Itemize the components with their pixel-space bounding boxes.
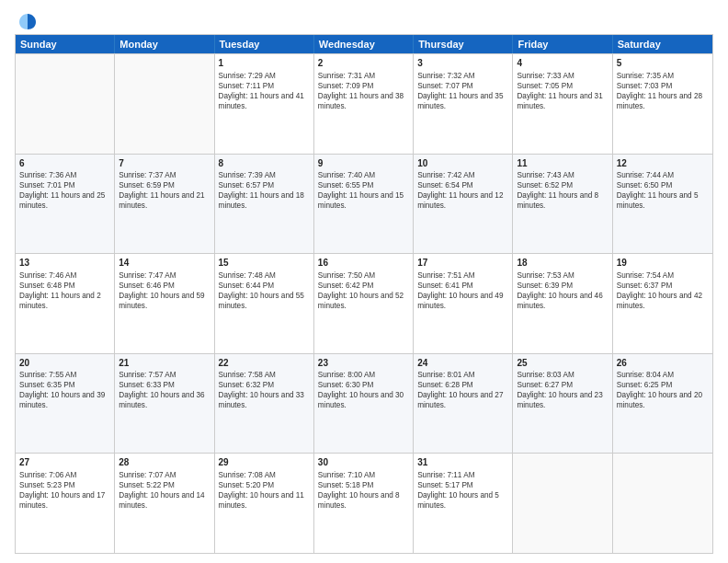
cell-info: Sunrise: 7:10 AMSunset: 5:18 PMDaylight:…: [318, 470, 409, 511]
cell-info: Sunrise: 7:55 AMSunset: 6:35 PMDaylight:…: [19, 370, 110, 410]
day-number: 28: [119, 456, 210, 469]
cell-info: Sunrise: 7:50 AMSunset: 6:42 PMDaylight:…: [318, 270, 409, 311]
cell-info: Sunrise: 7:29 AMSunset: 7:11 PMDaylight:…: [219, 71, 310, 111]
cell-info: Sunrise: 7:42 AMSunset: 6:54 PMDaylight:…: [417, 170, 508, 211]
cal-cell: 17Sunrise: 7:51 AMSunset: 6:41 PMDayligh…: [414, 254, 513, 353]
cal-cell: 16Sunrise: 7:50 AMSunset: 6:42 PMDayligh…: [314, 254, 414, 353]
cal-cell: 14Sunrise: 7:47 AMSunset: 6:46 PMDayligh…: [115, 254, 214, 353]
calendar: SundayMondayTuesdayWednesdayThursdayFrid…: [15, 34, 713, 554]
day-number: 13: [19, 257, 110, 270]
cell-info: Sunrise: 7:43 AMSunset: 6:52 PMDaylight:…: [517, 170, 608, 211]
cell-info: Sunrise: 7:11 AMSunset: 5:17 PMDaylight:…: [417, 470, 508, 511]
cal-cell: 21Sunrise: 7:57 AMSunset: 6:33 PMDayligh…: [115, 354, 214, 454]
cal-cell: 28Sunrise: 7:07 AMSunset: 5:22 PMDayligh…: [115, 454, 214, 553]
cal-cell: 19Sunrise: 7:54 AMSunset: 6:37 PMDayligh…: [613, 254, 712, 353]
cal-cell: 2Sunrise: 7:31 AMSunset: 7:09 PMDaylight…: [314, 54, 414, 154]
cell-info: Sunrise: 7:08 AMSunset: 5:20 PMDaylight:…: [219, 470, 310, 511]
calendar-header: SundayMondayTuesdayWednesdayThursdayFrid…: [16, 35, 712, 53]
cal-cell: 13Sunrise: 7:46 AMSunset: 6:48 PMDayligh…: [16, 254, 115, 353]
day-number: 24: [417, 357, 508, 370]
day-number: 22: [219, 357, 310, 370]
cell-info: Sunrise: 7:35 AMSunset: 7:03 PMDaylight:…: [617, 71, 709, 111]
day-number: 12: [617, 157, 709, 170]
cal-cell: [16, 54, 115, 154]
day-number: 3: [417, 57, 508, 70]
day-number: 25: [517, 357, 608, 370]
day-number: 9: [318, 157, 409, 170]
header-day-sunday: Sunday: [16, 35, 115, 53]
cal-cell: 29Sunrise: 7:08 AMSunset: 5:20 PMDayligh…: [215, 454, 314, 553]
cell-info: Sunrise: 7:32 AMSunset: 7:07 PMDaylight:…: [417, 71, 508, 111]
cal-cell: 30Sunrise: 7:10 AMSunset: 5:18 PMDayligh…: [314, 454, 414, 553]
cell-info: Sunrise: 7:48 AMSunset: 6:44 PMDaylight:…: [219, 270, 310, 311]
cal-cell: 7Sunrise: 7:37 AMSunset: 6:59 PMDaylight…: [115, 155, 214, 254]
header-day-saturday: Saturday: [613, 35, 712, 53]
day-number: 20: [19, 357, 110, 370]
day-number: 31: [417, 456, 508, 469]
cell-info: Sunrise: 7:06 AMSunset: 5:23 PMDaylight:…: [19, 470, 110, 511]
logo: [15, 11, 38, 29]
day-number: 19: [617, 257, 709, 270]
cell-info: Sunrise: 7:57 AMSunset: 6:33 PMDaylight:…: [119, 370, 210, 410]
week-row-4: 20Sunrise: 7:55 AMSunset: 6:35 PMDayligh…: [16, 353, 712, 454]
day-number: 14: [119, 257, 210, 270]
cal-cell: 4Sunrise: 7:33 AMSunset: 7:05 PMDaylight…: [513, 54, 612, 154]
week-row-5: 27Sunrise: 7:06 AMSunset: 5:23 PMDayligh…: [16, 453, 712, 553]
day-number: 26: [617, 357, 709, 370]
cal-cell: 8Sunrise: 7:39 AMSunset: 6:57 PMDaylight…: [215, 155, 314, 254]
cal-cell: 5Sunrise: 7:35 AMSunset: 7:03 PMDaylight…: [613, 54, 712, 154]
cal-cell: 1Sunrise: 7:29 AMSunset: 7:11 PMDaylight…: [215, 54, 314, 154]
day-number: 8: [219, 157, 310, 170]
cal-cell: [513, 454, 612, 553]
calendar-body: 1Sunrise: 7:29 AMSunset: 7:11 PMDaylight…: [16, 53, 712, 553]
cell-info: Sunrise: 7:47 AMSunset: 6:46 PMDaylight:…: [119, 270, 210, 311]
day-number: 1: [219, 57, 310, 70]
cell-info: Sunrise: 7:44 AMSunset: 6:50 PMDaylight:…: [617, 170, 709, 211]
cal-cell: 6Sunrise: 7:36 AMSunset: 7:01 PMDaylight…: [16, 155, 115, 254]
day-number: 10: [417, 157, 508, 170]
cell-info: Sunrise: 7:51 AMSunset: 6:41 PMDaylight:…: [417, 270, 508, 311]
day-number: 27: [19, 456, 110, 469]
week-row-1: 1Sunrise: 7:29 AMSunset: 7:11 PMDaylight…: [16, 53, 712, 154]
header-day-thursday: Thursday: [414, 35, 513, 53]
cell-info: Sunrise: 8:01 AMSunset: 6:28 PMDaylight:…: [417, 370, 508, 410]
cal-cell: 11Sunrise: 7:43 AMSunset: 6:52 PMDayligh…: [513, 155, 612, 254]
week-row-2: 6Sunrise: 7:36 AMSunset: 7:01 PMDaylight…: [16, 154, 712, 254]
day-number: 18: [517, 257, 608, 270]
cell-info: Sunrise: 7:46 AMSunset: 6:48 PMDaylight:…: [19, 270, 110, 311]
day-number: 16: [318, 257, 409, 270]
day-number: 11: [517, 157, 608, 170]
cell-info: Sunrise: 7:33 AMSunset: 7:05 PMDaylight:…: [517, 71, 608, 111]
day-number: 5: [617, 57, 709, 70]
day-number: 30: [318, 456, 409, 469]
cell-info: Sunrise: 7:36 AMSunset: 7:01 PMDaylight:…: [19, 170, 110, 211]
header-day-wednesday: Wednesday: [314, 35, 414, 53]
cal-cell: 3Sunrise: 7:32 AMSunset: 7:07 PMDaylight…: [414, 54, 513, 154]
logo-icon: [17, 11, 38, 31]
day-number: 6: [19, 157, 110, 170]
day-number: 2: [318, 57, 409, 70]
day-number: 23: [318, 357, 409, 370]
week-row-3: 13Sunrise: 7:46 AMSunset: 6:48 PMDayligh…: [16, 253, 712, 353]
cal-cell: 9Sunrise: 7:40 AMSunset: 6:55 PMDaylight…: [314, 155, 414, 254]
cell-info: Sunrise: 8:00 AMSunset: 6:30 PMDaylight:…: [318, 370, 409, 410]
day-number: 21: [119, 357, 210, 370]
cell-info: Sunrise: 7:40 AMSunset: 6:55 PMDaylight:…: [318, 170, 409, 211]
cal-cell: 22Sunrise: 7:58 AMSunset: 6:32 PMDayligh…: [215, 354, 314, 454]
cal-cell: 25Sunrise: 8:03 AMSunset: 6:27 PMDayligh…: [513, 354, 612, 454]
header-day-friday: Friday: [513, 35, 612, 53]
cell-info: Sunrise: 8:04 AMSunset: 6:25 PMDaylight:…: [617, 370, 709, 410]
day-number: 17: [417, 257, 508, 270]
cal-cell: 12Sunrise: 7:44 AMSunset: 6:50 PMDayligh…: [613, 155, 712, 254]
cell-info: Sunrise: 7:58 AMSunset: 6:32 PMDaylight:…: [219, 370, 310, 410]
cell-info: Sunrise: 7:07 AMSunset: 5:22 PMDaylight:…: [119, 470, 210, 511]
header-day-tuesday: Tuesday: [215, 35, 314, 53]
cell-info: Sunrise: 7:39 AMSunset: 6:57 PMDaylight:…: [219, 170, 310, 211]
cal-cell: 26Sunrise: 8:04 AMSunset: 6:25 PMDayligh…: [613, 354, 712, 454]
header: [15, 11, 713, 29]
page: SundayMondayTuesdayWednesdayThursdayFrid…: [0, 0, 728, 563]
cal-cell: 31Sunrise: 7:11 AMSunset: 5:17 PMDayligh…: [414, 454, 513, 553]
cell-info: Sunrise: 7:31 AMSunset: 7:09 PMDaylight:…: [318, 71, 409, 111]
cal-cell: [115, 54, 214, 154]
cal-cell: 24Sunrise: 8:01 AMSunset: 6:28 PMDayligh…: [414, 354, 513, 454]
